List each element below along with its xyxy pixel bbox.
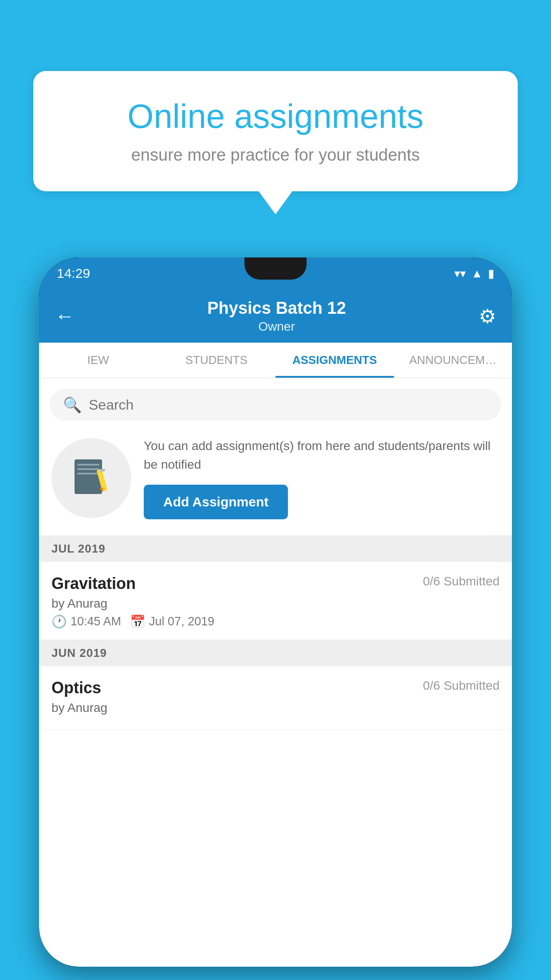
svg-rect-3 [77, 473, 99, 474]
tab-assignments[interactable]: ASSIGNMENTS [276, 343, 394, 378]
tab-overview[interactable]: IEW [39, 343, 157, 378]
notebook-icon-circle [51, 438, 131, 518]
add-assignment-section: You can add assignment(s) from here and … [39, 421, 512, 536]
assignment-date: Jul 07, 2019 [149, 615, 214, 628]
battery-icon: ▮ [488, 267, 494, 281]
section-header-jun: JUN 2019 [39, 640, 512, 666]
assignment-name: Gravitation [51, 574, 136, 593]
speech-bubble: Online assignments ensure more practice … [33, 71, 518, 191]
status-icons: ▾▾ ▲ ▮ [454, 267, 494, 281]
meta-date: 📅 Jul 07, 2019 [130, 614, 214, 629]
content-area: 🔍 [39, 378, 512, 967]
add-assignment-right: You can add assignment(s) from here and … [144, 437, 500, 519]
phone-frame: 14:29 ▾▾ ▲ ▮ ← Physics Batch 12 Owner ⚙ … [39, 257, 512, 967]
assignment-submitted-optics: 0/6 Submitted [423, 679, 500, 693]
assignment-by: by Anurag [51, 597, 500, 611]
app-header: ← Physics Batch 12 Owner ⚙ [39, 289, 512, 343]
tab-students[interactable]: STUDENTS [157, 343, 276, 378]
search-icon: 🔍 [63, 396, 82, 414]
tab-announcements[interactable]: ANNOUNCEM… [394, 343, 512, 378]
search-input[interactable] [89, 397, 488, 413]
tabs-bar: IEW STUDENTS ASSIGNMENTS ANNOUNCEM… [39, 343, 512, 378]
assignment-submitted: 0/6 Submitted [423, 574, 500, 589]
search-bar[interactable]: 🔍 [50, 389, 501, 421]
wifi-icon: ▾▾ [454, 267, 466, 281]
clock-icon: 🕐 [51, 614, 67, 629]
settings-icon[interactable]: ⚙ [479, 305, 496, 328]
assignment-row1-optics: Optics 0/6 Submitted [51, 679, 500, 697]
assignment-name-optics: Optics [51, 679, 101, 697]
speech-bubble-subtitle: ensure more practice for your students [64, 146, 487, 165]
svg-rect-2 [77, 468, 99, 470]
notch [244, 257, 307, 280]
assignment-item-gravitation[interactable]: Gravitation 0/6 Submitted by Anurag 🕐 10… [39, 562, 512, 640]
speech-bubble-container: Online assignments ensure more practice … [33, 71, 518, 191]
batch-role: Owner [207, 320, 346, 334]
section-header-jul: JUL 2019 [39, 536, 512, 562]
assignment-item-optics[interactable]: Optics 0/6 Submitted by Anurag [39, 666, 512, 730]
svg-rect-1 [77, 464, 99, 466]
status-bar: 14:29 ▾▾ ▲ ▮ [39, 257, 512, 289]
phone-screen: 14:29 ▾▾ ▲ ▮ ← Physics Batch 12 Owner ⚙ … [39, 257, 512, 967]
batch-title: Physics Batch 12 [207, 299, 346, 318]
signal-icon: ▲ [471, 267, 483, 281]
add-assignment-button[interactable]: Add Assignment [144, 485, 288, 519]
meta-time: 🕐 10:45 AM [51, 614, 121, 629]
add-assignment-description: You can add assignment(s) from here and … [144, 437, 500, 474]
assignment-time: 10:45 AM [71, 615, 121, 628]
assignment-row1: Gravitation 0/6 Submitted [51, 574, 500, 593]
assignment-by-optics: by Anurag [51, 701, 500, 715]
status-time: 14:29 [57, 266, 90, 281]
notebook-icon [69, 456, 114, 500]
header-center: Physics Batch 12 Owner [207, 299, 346, 334]
back-button[interactable]: ← [55, 305, 75, 327]
calendar-icon: 📅 [130, 614, 146, 629]
assignment-meta: 🕐 10:45 AM 📅 Jul 07, 2019 [51, 614, 500, 629]
speech-bubble-title: Online assignments [64, 98, 487, 135]
